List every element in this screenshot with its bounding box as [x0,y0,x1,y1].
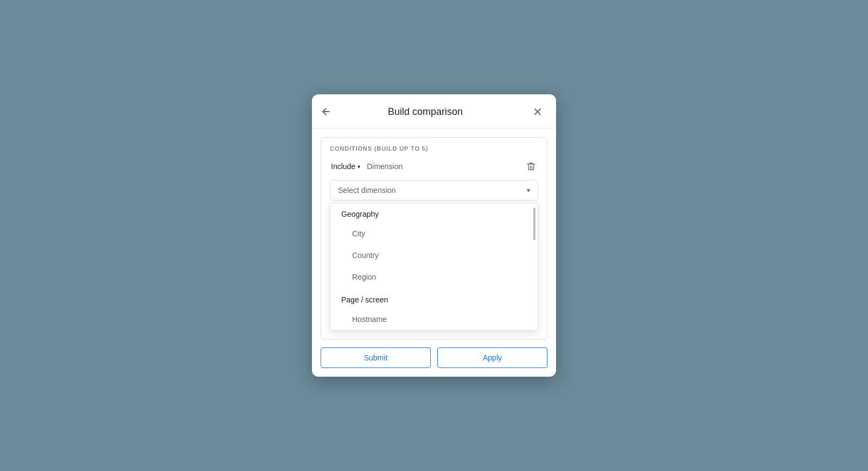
apply-button[interactable]: Apply [437,347,547,368]
include-button[interactable]: Include ▾ [330,160,361,173]
dropdown-group-geography: Geography [330,203,538,223]
include-label: Include [331,162,355,171]
condition-row: Include ▾ Dimension [330,159,538,173]
include-dropdown-arrow-icon: ▾ [358,164,360,170]
build-comparison-dialog: Build comparison CONDITIONS (BUILD UP TO… [312,94,556,377]
dropdown-inner: Geography City Country Region [330,203,538,330]
dialog-body: CONDITIONS (BUILD UP TO 5) Include ▾ Dim… [312,137,556,377]
dialog-footer: Submit Apply [312,340,556,377]
select-dimension-chevron-icon: ▾ [527,186,530,194]
dropdown-item-region[interactable]: Region [330,266,538,288]
scrollbar-thumb [533,208,535,240]
delete-condition-button[interactable] [524,159,538,173]
dimension-label: Dimension [367,162,403,171]
dimension-dropdown: Geography City Country Region [330,203,538,331]
dialog-header: Build comparison [312,94,556,128]
conditions-section: CONDITIONS (BUILD UP TO 5) Include ▾ Dim… [321,137,547,340]
dropdown-item-city[interactable]: City [330,223,538,244]
page-background: Build comparison CONDITIONS (BUILD UP TO… [0,0,868,471]
select-dimension-button[interactable]: Select dimension ▾ [330,180,538,201]
submit-button[interactable]: Submit [321,347,431,368]
dropdown-item-hostname[interactable]: Hostname [330,308,538,330]
close-button[interactable] [530,104,545,119]
dialog-title: Build comparison [321,106,530,118]
conditions-label: CONDITIONS (BUILD UP TO 5) [330,145,538,152]
dropdown-group-page-screen: Page / screen [330,288,538,308]
select-dimension-label: Select dimension [338,186,396,195]
dropdown-item-country[interactable]: Country [330,244,538,266]
